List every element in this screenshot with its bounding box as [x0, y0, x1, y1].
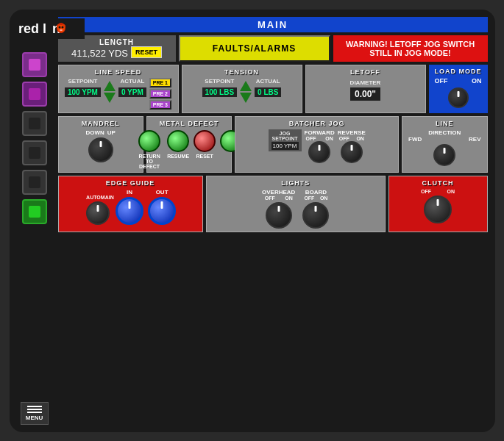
- line-speed-setpoint: 100 YPM: [65, 87, 101, 97]
- mandrel-knob[interactable]: [88, 137, 113, 162]
- main-area: MAIN LENGTH 411,522 YDS RESET FAULTS/ALA…: [58, 17, 488, 425]
- reverse-on: ON: [356, 136, 364, 141]
- load-mode-title: LOAD MODE: [432, 68, 485, 75]
- sidebar-btn-3[interactable]: [22, 111, 47, 136]
- svg-point-9: [60, 29, 63, 31]
- clutch-off: OFF: [421, 189, 431, 194]
- row3: MANDREL DOWN UP METAL DEFECT RETURN TO D…: [58, 116, 488, 173]
- row2: LINE SPEED SETPOINT 100 YPM ACTUAL 0 YPM: [58, 65, 488, 113]
- forward-knob[interactable]: [308, 141, 330, 163]
- pre2-button[interactable]: PRE 2: [149, 89, 171, 98]
- tension-down[interactable]: [240, 93, 252, 103]
- faults-button[interactable]: FAULTS/ALARMS: [179, 35, 330, 62]
- auto-main-labels: AUTO MAIN: [85, 195, 111, 200]
- warning-box: WARNING! LETOFF JOG SWITCH STILL IN JOG …: [333, 35, 488, 62]
- mandrel-panel: MANDREL DOWN UP: [58, 116, 143, 173]
- edge-guide-out-knob[interactable]: [148, 197, 176, 225]
- sidebar-btn-2[interactable]: [22, 82, 47, 107]
- return-to-defect-led[interactable]: [138, 130, 160, 152]
- reset-led[interactable]: [194, 130, 216, 152]
- board-on: ON: [320, 196, 328, 201]
- forward-on: ON: [325, 136, 333, 141]
- warning-text: WARNING! LETOFF JOG SWITCH STILL IN JOG …: [336, 40, 485, 57]
- svg-point-8: [61, 26, 63, 28]
- overhead-label: OVERHEAD: [262, 189, 295, 196]
- tension-actual-label: ACTUAL: [256, 78, 280, 85]
- edge-guide-auto-knob[interactable]: [86, 201, 110, 225]
- length-value: 411,522 YDS: [71, 48, 128, 59]
- tension-arrows: [240, 81, 252, 103]
- pre3-button[interactable]: PRE 3: [149, 100, 171, 110]
- menu-button[interactable]: MENU: [21, 402, 49, 425]
- line-speed-down[interactable]: [104, 93, 116, 103]
- svg-text:red l: red l: [18, 21, 46, 36]
- resume-label: RESUME: [167, 154, 189, 159]
- tension-setpoint: 100 LBS: [202, 87, 237, 97]
- line-direction-label: DIRECTION: [428, 129, 461, 136]
- reverse-knob[interactable]: [341, 141, 363, 163]
- reverse-onoff: OFF ON: [338, 136, 366, 141]
- sidebar-btn-6[interactable]: [22, 199, 47, 224]
- menu-label: MENU: [26, 415, 43, 421]
- reverse-off: OFF: [339, 136, 349, 141]
- reverse-label: REVERSE: [338, 129, 366, 136]
- forward-onoff: OFF ON: [305, 136, 335, 141]
- sidebar-btn-5[interactable]: [22, 170, 47, 195]
- overhead-knob[interactable]: [266, 202, 292, 229]
- metal-defect-title: METAL DEFECT: [150, 120, 228, 127]
- out-label: OUT: [156, 189, 168, 196]
- sidebar-btn-4[interactable]: [22, 140, 47, 165]
- pre1-button[interactable]: PRE 1: [149, 78, 171, 87]
- reset-button[interactable]: RESET: [131, 46, 162, 58]
- actual-label: ACTUAL: [120, 78, 144, 85]
- mandrel-up-label: UP: [107, 129, 116, 136]
- main-label: MAIN: [101, 195, 114, 200]
- metal-defect-controls: RETURN TO DEFECT RESUME RESET: [150, 130, 228, 169]
- lights-panel: LIGHTS OVERHEAD OFF ON BOARD OFF: [206, 176, 386, 232]
- menu-icon: [27, 406, 42, 413]
- line-speed-up[interactable]: [104, 81, 116, 91]
- clutch-panel: CLUTCH OFF ON: [388, 176, 488, 232]
- jog-setpoint-label: JOGSETPOINT: [271, 131, 299, 141]
- sidebar-btn-1[interactable]: [22, 52, 47, 77]
- line-fwd: FWD: [408, 136, 422, 143]
- tension-panel: TENSION SETPOINT 100 LBS ACTUAL 0 LBS: [182, 65, 302, 113]
- edge-guide-panel: EDGE GUIDE AUTO MAIN IN OUT: [58, 176, 203, 232]
- lights-title: LIGHTS: [210, 179, 382, 187]
- overhead-on: ON: [285, 196, 293, 201]
- row4: EDGE GUIDE AUTO MAIN IN OUT: [58, 176, 488, 232]
- header-title: MAIN: [258, 19, 288, 30]
- main-header: MAIN: [58, 17, 488, 32]
- batcher-jog-title: BATCHER JOG: [238, 120, 395, 127]
- line-speed-panel: LINE SPEED SETPOINT 100 YPM ACTUAL 0 YPM: [58, 65, 179, 113]
- load-mode-on: ON: [472, 77, 482, 85]
- line-speed-actual: 0 YPM: [118, 87, 146, 97]
- logo: red l n: [18, 18, 85, 42]
- clutch-on: ON: [447, 189, 455, 194]
- line-knob[interactable]: [433, 144, 455, 166]
- line-rev: REV: [469, 136, 480, 143]
- load-mode-knob[interactable]: [448, 87, 469, 108]
- letoff-panel: LETOFF DIAMETER 0.00": [305, 65, 426, 113]
- load-mode-panel: LOAD MODE OFF ON: [429, 65, 488, 113]
- resume-led[interactable]: [167, 130, 189, 152]
- jog-setpoint-value: 100 YPM: [271, 142, 299, 150]
- tension-up[interactable]: [240, 81, 252, 91]
- diameter-value: 0.00": [350, 87, 380, 101]
- line-speed-title: LINE SPEED: [62, 68, 175, 76]
- edge-guide-in-knob[interactable]: [116, 197, 143, 225]
- tension-actual: 0 LBS: [255, 87, 281, 97]
- svg-point-7: [58, 26, 60, 28]
- board-knob[interactable]: [302, 202, 329, 229]
- reset-label: RESET: [196, 154, 213, 159]
- forward-label: FORWARD: [305, 129, 335, 136]
- mandrel-title: MANDREL: [62, 120, 140, 127]
- pre-buttons: PRE 1 PRE 2 PRE 3: [149, 78, 171, 110]
- clutch-knob[interactable]: [424, 196, 452, 223]
- edge-guide-title: EDGE GUIDE: [62, 179, 199, 187]
- sidebar: MENU: [17, 17, 52, 425]
- diameter-label: DIAMETER: [350, 79, 381, 86]
- row1: LENGTH 411,522 YDS RESET FAULTS/ALARMS W…: [58, 35, 488, 62]
- jog-setpoint-box: JOGSETPOINT 100 YPM: [269, 129, 302, 151]
- load-mode-off: OFF: [435, 77, 448, 85]
